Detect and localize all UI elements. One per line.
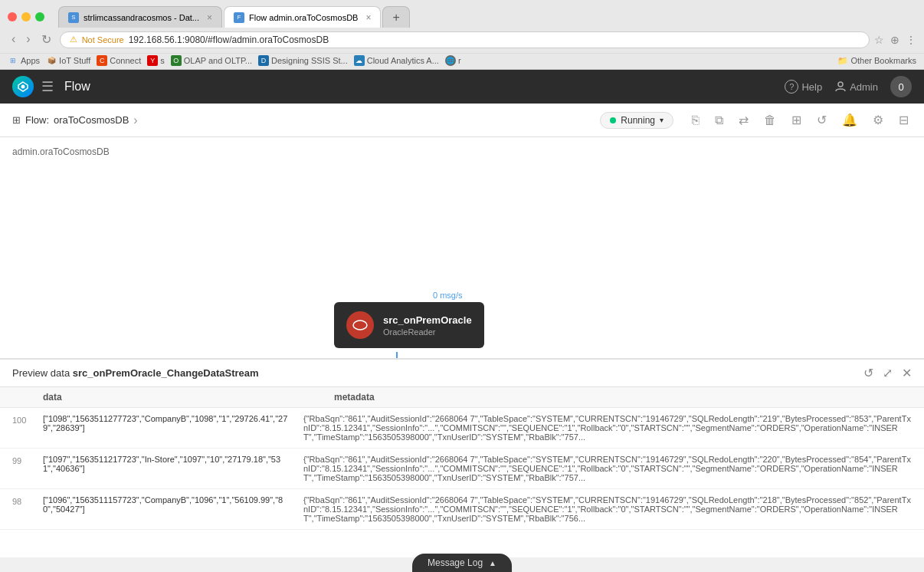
maximize-window-button[interactable] bbox=[35, 12, 44, 21]
browser-nav-buttons: ‹ › ↻ bbox=[8, 31, 55, 48]
browser-tab-1[interactable]: S strlimcassandracosmos - Dat... × bbox=[58, 6, 222, 28]
s-bookmark-icon: Y bbox=[147, 55, 158, 66]
preview-expand-icon[interactable]: ⤢ bbox=[883, 366, 893, 380]
notification-count: 0 bbox=[898, 81, 903, 93]
breadcrumb-home-icon[interactable]: ⊞ bbox=[12, 114, 21, 126]
other-bookmarks-label: Other Bookmarks bbox=[850, 56, 916, 65]
breadcrumb-flow-label: Flow: bbox=[25, 114, 49, 126]
connect-bookmark-label: Connect bbox=[110, 56, 141, 65]
tab-2-close-icon[interactable]: × bbox=[365, 12, 371, 23]
zoom-icon[interactable]: ⊕ bbox=[890, 34, 899, 46]
row-num-3: 98 bbox=[12, 495, 43, 506]
status-label: Running bbox=[621, 115, 655, 126]
duplicate-icon[interactable]: ⧉ bbox=[712, 110, 726, 130]
preview-refresh-icon[interactable]: ↺ bbox=[863, 366, 873, 380]
browser-tab-2[interactable]: F Flow admin.oraToCosmosDB × bbox=[224, 6, 381, 28]
tab-2-label: Flow admin.oraToCosmosDB bbox=[249, 13, 358, 22]
other-bookmarks[interactable]: 📁 Other Bookmarks bbox=[837, 56, 916, 66]
preview-panel: Preview data src_onPremOracle_ChangeData… bbox=[0, 358, 924, 557]
hamburger-menu-icon[interactable]: ☰ bbox=[41, 78, 54, 95]
svg-point-2 bbox=[353, 321, 367, 330]
help-button[interactable]: ? Help bbox=[785, 80, 822, 94]
r-bookmark-label: r bbox=[458, 56, 461, 65]
bookmark-icon[interactable]: ☆ bbox=[874, 34, 884, 46]
close-window-button[interactable] bbox=[8, 12, 17, 21]
app-title: Flow bbox=[64, 80, 785, 94]
table-header-metadata: metadata bbox=[334, 392, 912, 403]
bookmarks-bar-s[interactable]: Y s bbox=[147, 55, 165, 66]
preview-stream-name: src_onPremOracle_ChangeDataStream bbox=[73, 367, 259, 379]
browser-menu-icon[interactable]: ⋮ bbox=[906, 34, 916, 46]
forward-button[interactable]: › bbox=[22, 31, 34, 48]
svg-point-0 bbox=[21, 85, 25, 89]
preview-title-prefix: Preview data bbox=[12, 367, 70, 379]
header-actions: ? Help Admin 0 bbox=[785, 76, 912, 97]
grid-icon[interactable]: ⊞ bbox=[788, 110, 804, 130]
bell-icon[interactable]: 🔔 bbox=[839, 110, 860, 130]
olap-bookmark-label: OLAP and OLTP... bbox=[184, 56, 252, 65]
browser-chrome: S strlimcassandracosmos - Dat... × F Flo… bbox=[0, 0, 924, 70]
bookmarks-bar-apps[interactable]: ⊞ Apps bbox=[8, 55, 40, 66]
connector-line-top bbox=[396, 352, 398, 358]
status-badge[interactable]: Running ▾ bbox=[600, 112, 673, 129]
app-header: ☰ Flow ? Help Admin 0 bbox=[0, 70, 924, 104]
table-header-data: data bbox=[43, 392, 334, 403]
preview-close-icon[interactable]: ✕ bbox=[902, 366, 912, 380]
source-node-type: OracleReader bbox=[383, 327, 472, 337]
security-warning-icon: ⚠ bbox=[70, 35, 77, 44]
security-warning-text: Not Secure bbox=[82, 35, 124, 44]
source-node-info: src_onPremOracle OracleReader bbox=[383, 314, 472, 337]
source-node[interactable]: src_onPremOracle OracleReader bbox=[334, 302, 484, 348]
cell-metadata-3: {"RbaSqn":"861","AuditSessionId":"266806… bbox=[303, 495, 912, 523]
address-bar[interactable]: ⚠ Not Secure 192.168.56.1:9080/#flow/adm… bbox=[60, 31, 870, 48]
oracle-node-icon bbox=[346, 311, 374, 339]
message-log-bar[interactable]: Message Log ▲ bbox=[412, 554, 512, 557]
tab-1-favicon: S bbox=[68, 12, 79, 23]
app-logo bbox=[12, 76, 34, 97]
browser-window-controls[interactable] bbox=[8, 12, 44, 21]
bookmarks-bar-connect[interactable]: C Connect bbox=[97, 55, 141, 66]
bookmarks-bar-olap[interactable]: O OLAP and OLTP... bbox=[171, 55, 252, 66]
transform-icon[interactable]: ⇄ bbox=[736, 110, 752, 130]
bookmarks-bar-ssis[interactable]: D Designing SSIS St... bbox=[258, 55, 348, 66]
preview-action-buttons: ↺ ⤢ ✕ bbox=[863, 366, 912, 380]
table-header-num bbox=[12, 392, 43, 403]
ssis-bookmark-icon: D bbox=[258, 55, 269, 66]
bookmarks-bar-iot[interactable]: 📦 IoT Stuff bbox=[46, 55, 90, 66]
help-circle-icon: ? bbox=[785, 80, 798, 94]
refresh-icon[interactable]: ↺ bbox=[814, 110, 830, 130]
bookmarks-bar-cloud[interactable]: ☁ Cloud Analytics A... bbox=[354, 55, 439, 66]
layout-icon[interactable]: ⊟ bbox=[896, 110, 912, 130]
iot-bookmark-icon: 📦 bbox=[46, 55, 57, 66]
table-row: 99 ["1097","1563511217723","In-Store","1… bbox=[0, 449, 924, 489]
settings-icon[interactable]: ⚙ bbox=[870, 110, 886, 130]
new-tab-icon: + bbox=[392, 11, 399, 25]
admin-user-button[interactable]: Admin bbox=[834, 81, 878, 93]
tab-1-close-icon[interactable]: × bbox=[207, 12, 212, 23]
notifications-badge[interactable]: 0 bbox=[890, 76, 912, 97]
cell-data-1: ["1098","1563511277723","CompanyB","1098… bbox=[43, 414, 303, 442]
bookmarks-bar-r[interactable]: 🌐 r bbox=[445, 55, 461, 66]
minimize-window-button[interactable] bbox=[21, 12, 31, 21]
logo-svg bbox=[17, 81, 29, 93]
preview-table: data metadata 100 ["1098","1563511277723… bbox=[0, 387, 924, 557]
url-text: 192.168.56.1:9080/#flow/admin.oraToCosmo… bbox=[129, 35, 329, 45]
reload-button[interactable]: ↻ bbox=[38, 31, 55, 48]
table-row: 98 ["1096","1563511157723","CompanyB","1… bbox=[0, 489, 924, 530]
table-row: 100 ["1098","1563511277723","CompanyB","… bbox=[0, 408, 924, 449]
preview-title: Preview data src_onPremOracle_ChangeData… bbox=[12, 367, 863, 379]
tab-2-favicon: F bbox=[234, 12, 244, 23]
flow-toolbar: ⊞ Flow: oraToCosmosDB › Running ▾ ⎘ ⧉ ⇄ … bbox=[0, 104, 924, 137]
olap-bookmark-icon: O bbox=[171, 55, 182, 66]
toolbar-icon-group: ⎘ ⧉ ⇄ 🗑 ⊞ ↺ 🔔 ⚙ ⊟ bbox=[689, 110, 912, 130]
new-tab-button[interactable]: + bbox=[382, 6, 409, 28]
tab-1-label: strlimcassandracosmos - Dat... bbox=[84, 13, 199, 22]
delete-icon[interactable]: 🗑 bbox=[761, 110, 779, 130]
flow-canvas-label: admin.oraToCosmosDB bbox=[12, 146, 110, 157]
connect-bookmark-icon: C bbox=[97, 55, 107, 66]
copy-icon[interactable]: ⎘ bbox=[689, 110, 703, 130]
cell-data-3: ["1096","1563511157723","CompanyB","1096… bbox=[43, 495, 303, 523]
back-button[interactable]: ‹ bbox=[8, 31, 19, 48]
source-node-name: src_onPremOracle bbox=[383, 314, 472, 326]
svg-point-1 bbox=[838, 82, 843, 87]
